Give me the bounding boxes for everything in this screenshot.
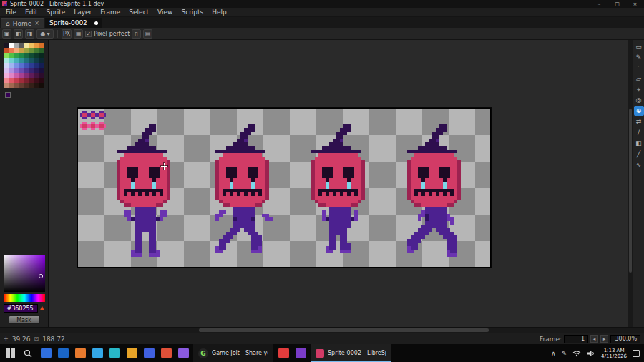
horizontal-scrollbar[interactable] <box>49 328 628 333</box>
palette-swatch[interactable] <box>24 73 29 78</box>
taskbar-app-2[interactable] <box>54 344 72 362</box>
horizontal-scrollbar-thumb[interactable] <box>199 328 489 332</box>
mask-button[interactable]: Mask <box>9 315 40 324</box>
slice-tool[interactable]: ∕ <box>634 127 644 137</box>
taskbar-app-9[interactable] <box>175 344 192 362</box>
minimize-button[interactable]: – <box>590 0 608 8</box>
palette-swatch[interactable] <box>24 78 29 83</box>
palette-swatch[interactable] <box>34 58 39 63</box>
pixel-units-button[interactable]: PX <box>62 29 72 39</box>
palette-swatch[interactable] <box>4 43 9 48</box>
taskbar-app-3[interactable] <box>72 344 89 362</box>
palette-swatch[interactable] <box>29 73 34 78</box>
palette-swatch[interactable] <box>29 48 34 53</box>
menu-item-layer[interactable]: Layer <box>69 9 96 16</box>
taskbar-app-6[interactable] <box>123 344 140 362</box>
palette-swatch[interactable] <box>24 43 29 48</box>
palette-swatch[interactable] <box>14 83 19 88</box>
palette-swatch[interactable] <box>34 43 39 48</box>
menu-item-frame[interactable]: Frame <box>96 9 125 16</box>
palette-swatch[interactable] <box>19 73 24 78</box>
palette-swatch[interactable] <box>39 53 44 58</box>
palette-swatch[interactable] <box>29 43 34 48</box>
menu-item-view[interactable]: View <box>153 9 177 16</box>
taskbar-app-7[interactable] <box>140 344 157 362</box>
palette-swatch[interactable] <box>19 43 24 48</box>
maximize-button[interactable]: □ <box>608 0 626 8</box>
palette-swatch[interactable] <box>34 73 39 78</box>
palette-swatch[interactable] <box>19 83 24 88</box>
foreground-color-chip[interactable] <box>5 92 11 98</box>
eraser-tool[interactable]: ▱ <box>634 74 644 84</box>
previous-frame-button[interactable]: ◂ <box>590 335 598 343</box>
tab-close-icon[interactable]: × <box>34 20 39 26</box>
tool-option-button-1[interactable]: ▣ <box>2 29 11 39</box>
palette-swatch[interactable] <box>9 68 14 73</box>
move-tool[interactable]: ⇄ <box>634 117 644 127</box>
palette-swatch[interactable] <box>14 53 19 58</box>
sprite-walk-frame-2[interactable] <box>201 124 287 260</box>
palette-swatch[interactable] <box>39 73 44 78</box>
palette-swatch[interactable] <box>14 73 19 78</box>
brush-type-combo[interactable]: ● ▾ <box>36 29 54 39</box>
line-tool[interactable]: ╱ <box>634 149 644 159</box>
marquee-tool[interactable]: ▭ <box>634 41 644 52</box>
palette-swatch[interactable] <box>29 68 34 73</box>
sprite-walk-frame-3[interactable] <box>297 124 383 260</box>
menu-item-select[interactable]: Select <box>125 9 153 16</box>
palette-swatch[interactable] <box>4 68 9 73</box>
hand-tool[interactable]: ⊕ <box>634 106 644 116</box>
pen-icon[interactable]: ✎ <box>562 350 567 357</box>
palette-swatch[interactable] <box>39 78 44 83</box>
taskbar-app-red[interactable] <box>275 344 292 362</box>
palette-swatch[interactable] <box>14 63 19 68</box>
palette-swatch[interactable] <box>29 78 34 83</box>
sprite-walk-frame-4[interactable] <box>393 124 479 260</box>
palette-swatch[interactable] <box>24 83 29 88</box>
palette-swatch[interactable] <box>19 53 24 58</box>
palette-swatch[interactable] <box>19 58 24 63</box>
palette-swatch[interactable] <box>24 68 29 73</box>
palette-swatch[interactable] <box>29 53 34 58</box>
taskbar-app-8[interactable] <box>157 344 175 362</box>
eyedropper-tool[interactable]: ⌖ <box>634 84 644 94</box>
menu-item-edit[interactable]: Edit <box>21 9 42 16</box>
palette-swatch[interactable] <box>9 63 14 68</box>
vertical-scrollbar-thumb[interactable] <box>629 109 632 273</box>
palette-swatch[interactable] <box>39 83 44 88</box>
frame-number-field[interactable]: 1 <box>564 335 588 343</box>
zoom-tool[interactable]: ◎ <box>634 95 644 105</box>
saturation-value-picker[interactable] <box>4 255 45 292</box>
palette-swatch[interactable] <box>24 58 29 63</box>
pencil-tool[interactable]: ✎ <box>634 52 644 62</box>
palette-swatch[interactable] <box>24 48 29 53</box>
wifi-icon[interactable] <box>572 350 581 357</box>
hex-color-field[interactable]: #360255 <box>4 304 38 313</box>
palette-swatch[interactable] <box>34 53 39 58</box>
contour-tool[interactable]: ∿ <box>634 160 644 170</box>
spray-tool[interactable]: ∴ <box>634 63 644 73</box>
symmetry-vertical-button[interactable]: ▤ <box>143 29 152 39</box>
palette-swatch[interactable] <box>14 48 19 53</box>
palette-warning-icon[interactable]: ▲ <box>39 305 44 311</box>
pattern-button[interactable]: ▦ <box>74 29 83 39</box>
vertical-scrollbar[interactable] <box>628 40 633 327</box>
palette-swatch[interactable] <box>9 53 14 58</box>
palette-swatch[interactable] <box>9 78 14 83</box>
close-button[interactable]: × <box>626 0 644 8</box>
tab-sprite-0002[interactable]: Sprite-0002 <box>45 18 102 28</box>
palette-swatch[interactable] <box>34 78 39 83</box>
palette-swatch[interactable] <box>4 78 9 83</box>
palette-swatch[interactable] <box>4 58 9 63</box>
tab-home[interactable]: ⌂ Home × <box>1 18 44 28</box>
palette-swatch[interactable] <box>4 73 9 78</box>
palette-swatch[interactable] <box>39 58 44 63</box>
taskbar-app-1[interactable] <box>37 344 54 362</box>
taskbar-app-4[interactable] <box>89 344 106 362</box>
palette-swatch[interactable] <box>39 63 44 68</box>
menu-item-scripts[interactable]: Scripts <box>177 9 208 16</box>
palette-swatch[interactable] <box>9 48 14 53</box>
canvas-area[interactable] <box>49 40 628 327</box>
palette-swatch[interactable] <box>14 43 19 48</box>
palette-swatch[interactable] <box>29 58 34 63</box>
